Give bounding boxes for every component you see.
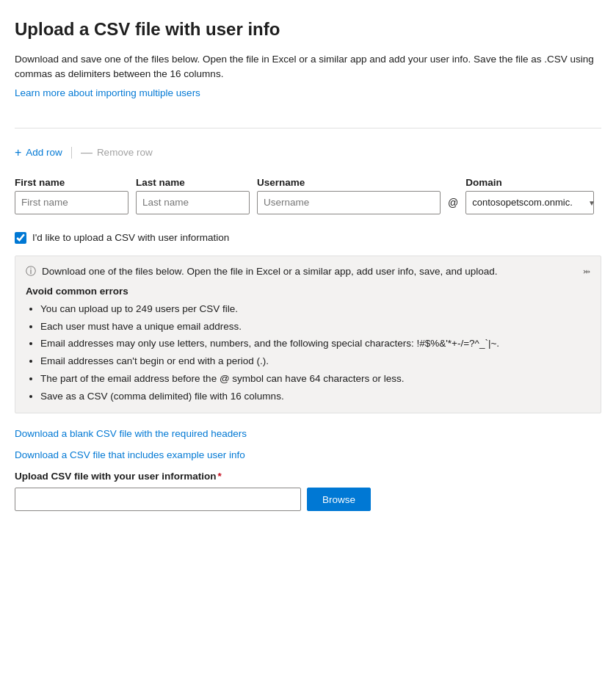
download-blank-csv-link[interactable]: Download a blank CSV file with the requi… [15, 428, 601, 439]
first-name-label: First name [15, 177, 128, 188]
download-example-csv-link[interactable]: Download a CSV file that includes exampl… [15, 449, 601, 460]
info-panel: ⓘ Download one of the files below. Open … [15, 256, 601, 413]
learn-more-link[interactable]: Learn more about importing multiple user… [15, 87, 200, 98]
info-panel-header: ⓘ Download one of the files below. Open … [26, 265, 590, 278]
upload-input-row: Browse [15, 488, 601, 511]
info-icon: ⓘ [26, 265, 36, 278]
minus-icon: — [81, 146, 93, 159]
error-list-item: The part of the email address before the… [40, 372, 590, 386]
last-name-input[interactable] [136, 191, 250, 214]
add-row-button[interactable]: + Add row [15, 143, 62, 162]
domain-col: Domain contosopetscom.onmic... ▼ [465, 177, 601, 214]
error-list-item: Email addresses can't begin or end with … [40, 355, 590, 369]
last-name-label: Last name [136, 177, 250, 188]
error-list-item: Each user must have a unique email addre… [40, 320, 590, 334]
remove-row-label: Remove row [97, 147, 153, 158]
error-list-item: Save as a CSV (comma delimited) file wit… [40, 390, 590, 404]
upload-label: Upload CSV file with your user informati… [15, 471, 601, 482]
toolbar-divider [71, 147, 72, 159]
csv-checkbox-row: I'd like to upload a CSV with user infor… [15, 232, 601, 244]
description-text: Download and save one of the files below… [15, 52, 601, 82]
csv-checkbox[interactable] [15, 232, 26, 244]
info-panel-description: Download one of the files below. Open th… [42, 266, 498, 277]
upload-section: Upload CSV file with your user informati… [15, 471, 601, 511]
remove-row-button[interactable]: — Remove row [81, 143, 153, 162]
last-name-col: Last name [136, 177, 250, 214]
error-list: You can upload up to 249 users per CSV f… [26, 303, 590, 404]
error-list-item: Email addresses may only use letters, nu… [40, 337, 590, 351]
username-label: Username [257, 177, 441, 188]
collapse-icon[interactable]: ⤔ [583, 267, 590, 277]
username-input[interactable] [257, 191, 441, 214]
first-name-input[interactable] [15, 191, 128, 214]
info-panel-header-text: ⓘ Download one of the files below. Open … [26, 265, 498, 278]
at-symbol: @ [448, 197, 458, 214]
plus-icon: + [15, 146, 21, 159]
first-name-col: First name [15, 177, 128, 214]
upload-file-input[interactable] [15, 488, 301, 511]
user-form: First name Last name Username @ Domain c… [15, 177, 601, 214]
add-row-label: Add row [26, 147, 62, 158]
upload-label-text: Upload CSV file with your user informati… [15, 471, 217, 482]
toolbar: + Add row — Remove row [15, 143, 601, 162]
required-star: * [218, 471, 222, 482]
divider [15, 128, 601, 128]
username-col: Username [257, 177, 441, 214]
csv-checkbox-label[interactable]: I'd like to upload a CSV with user infor… [32, 232, 229, 243]
domain-select-wrapper: contosopetscom.onmic... ▼ [465, 191, 601, 214]
avoid-errors-title: Avoid common errors [26, 286, 590, 297]
domain-select[interactable]: contosopetscom.onmic... [465, 191, 594, 214]
domain-label: Domain [465, 177, 601, 188]
error-list-item: You can upload up to 249 users per CSV f… [40, 303, 590, 316]
browse-button[interactable]: Browse [307, 488, 371, 511]
page-title: Upload a CSV file with user info [15, 18, 601, 40]
